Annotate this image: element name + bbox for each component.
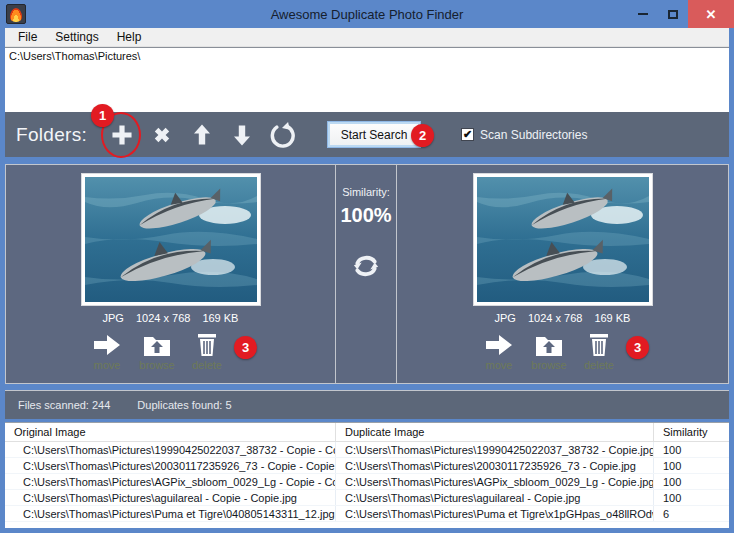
cell-similarity[interactable]: 100 [653,490,729,505]
cell-original[interactable]: C:\Users\Thomas\Pictures\20030117235926_… [5,458,335,473]
cell-similarity[interactable]: 100 [653,474,729,489]
cell-original[interactable]: C:\Users\Thomas\Pictures\aguilareal - Co… [5,490,335,505]
move-down-button[interactable] [227,119,257,151]
photo-size: 169 KB [594,312,630,324]
menubar: File Settings Help [5,28,729,47]
browse-folder-icon [535,333,563,357]
table-row[interactable]: C:\Users\Thomas\Pictures\Puma et Tigre\0… [5,506,729,522]
move-arrow-icon [92,333,122,357]
table-row[interactable]: C:\Users\Thomas\Pictures\aguilareal - Co… [5,490,729,506]
duplicates-found-status: Duplicates found: 5 [137,399,231,411]
cell-duplicate[interactable]: C:\Users\Thomas\Pictures\Puma et Tigre\x… [335,506,653,521]
compare-area: JPG 1024 x 768 169 KB move browse [5,164,729,384]
delete-label: delete [584,359,614,371]
original-photo-preview[interactable] [82,174,260,305]
similarity-label: Similarity: [342,186,390,198]
arrow-down-icon [230,122,254,148]
header-similarity[interactable]: Similarity [653,423,729,441]
similarity-strip: Similarity: 100% [336,164,396,384]
reset-list-button[interactable] [267,119,297,151]
browse-button[interactable]: browse [526,333,572,371]
folder-list[interactable]: C:\Users\Thomas\Pictures\ [5,47,729,112]
move-up-button[interactable] [187,119,217,151]
browse-label: browse [139,359,174,371]
table-row[interactable]: C:\Users\Thomas\Pictures\AGPix_sbloom_00… [5,474,729,490]
menu-help[interactable]: Help [108,28,151,47]
add-folder-button[interactable]: 1 [107,119,137,151]
files-scanned-status: Files scanned: 244 [18,399,110,411]
menu-file[interactable]: File [9,28,46,47]
duplicate-photo-panel: JPG 1024 x 768 169 KB move browse [396,164,729,384]
duplicate-photo-preview[interactable] [474,174,652,305]
scan-subdirectories-checkbox[interactable]: ✔ [461,128,474,141]
delete-button[interactable]: delete [184,333,230,371]
folders-toolbar: Folders: 1 [5,112,729,157]
start-search-button[interactable]: Start Search 2 [327,121,421,148]
browse-folder-icon [143,333,171,357]
annotation-badge-3-right: 3 [626,336,649,359]
delete-button[interactable]: delete [576,333,622,371]
cell-similarity[interactable]: 100 [653,442,729,457]
cell-similarity[interactable]: 100 [653,458,729,473]
statusbar: Files scanned: 244 Duplicates found: 5 [5,390,729,419]
photo-format: JPG [495,312,516,324]
x-icon [150,123,174,147]
dolphins-photo [85,177,257,302]
header-duplicate-image[interactable]: Duplicate Image [335,423,653,441]
photo-dimensions: 1024 x 768 [136,312,190,324]
cell-duplicate[interactable]: C:\Users\Thomas\Pictures\19990425022037_… [335,442,653,457]
maximize-icon [668,10,678,19]
results-table: Original Image Duplicate Image Similarit… [5,422,729,528]
annotation-badge-2: 2 [411,124,434,147]
maximize-button[interactable] [658,0,688,28]
refresh-icon [269,122,295,148]
app-window: Awesome Duplicate Photo Finder ✕ File Se… [0,0,734,533]
remove-folder-button[interactable] [147,119,177,151]
original-photo-panel: JPG 1024 x 768 169 KB move browse [5,164,336,384]
header-original-image[interactable]: Original Image [5,423,335,441]
minimize-icon [638,13,648,15]
cell-original[interactable]: C:\Users\Thomas\Pictures\19990425022037_… [5,442,335,457]
original-photo-info: JPG 1024 x 768 169 KB [103,312,239,324]
cell-duplicate[interactable]: C:\Users\Thomas\Pictures\20030117235926_… [335,458,653,473]
close-button[interactable]: ✕ [688,0,734,28]
table-header: Original Image Duplicate Image Similarit… [5,423,729,442]
arrow-up-icon [190,122,214,148]
cell-similarity[interactable]: 6 [653,506,729,521]
duplicate-photo-info: JPG 1024 x 768 169 KB [495,312,631,324]
scan-subdirectories-option[interactable]: ✔ Scan Subdirectories [461,128,587,142]
trash-icon [587,333,611,357]
annotation-badge-1: 1 [91,104,114,127]
table-row[interactable]: C:\Users\Thomas\Pictures\20030117235926_… [5,458,729,474]
window-title: Awesome Duplicate Photo Finder [0,7,734,22]
minimize-button[interactable] [628,0,658,28]
menu-settings[interactable]: Settings [46,28,107,47]
original-photo-actions: move browse [84,333,257,371]
folder-list-item[interactable]: C:\Users\Thomas\Pictures\ [5,48,729,62]
folders-label: Folders: [16,124,87,146]
browse-button[interactable]: browse [134,333,180,371]
swap-icon [352,253,380,279]
trash-icon [195,333,219,357]
dolphins-photo [477,177,649,302]
cell-original[interactable]: C:\Users\Thomas\Pictures\Puma et Tigre\0… [5,506,335,521]
move-label: move [486,359,513,371]
cell-duplicate[interactable]: C:\Users\Thomas\Pictures\AGPix_sbloom_00… [335,474,653,489]
cell-duplicate[interactable]: C:\Users\Thomas\Pictures\aguilareal - Co… [335,490,653,505]
similarity-value: 100% [340,204,391,227]
delete-label: delete [192,359,222,371]
start-search-label: Start Search [341,128,408,142]
scan-subdirectories-label: Scan Subdirectories [480,128,587,142]
move-label: move [94,359,121,371]
photo-dimensions: 1024 x 768 [528,312,582,324]
annotation-badge-3-left: 3 [234,336,257,359]
app-flame-icon [6,4,26,24]
photo-size: 169 KB [202,312,238,324]
swap-photos-button[interactable] [352,253,380,283]
move-button[interactable]: move [84,333,130,371]
browse-label: browse [531,359,566,371]
move-button[interactable]: move [476,333,522,371]
table-row[interactable]: C:\Users\Thomas\Pictures\19990425022037_… [5,442,729,458]
duplicate-photo-actions: move browse [476,333,649,371]
cell-original[interactable]: C:\Users\Thomas\Pictures\AGPix_sbloom_00… [5,474,335,489]
